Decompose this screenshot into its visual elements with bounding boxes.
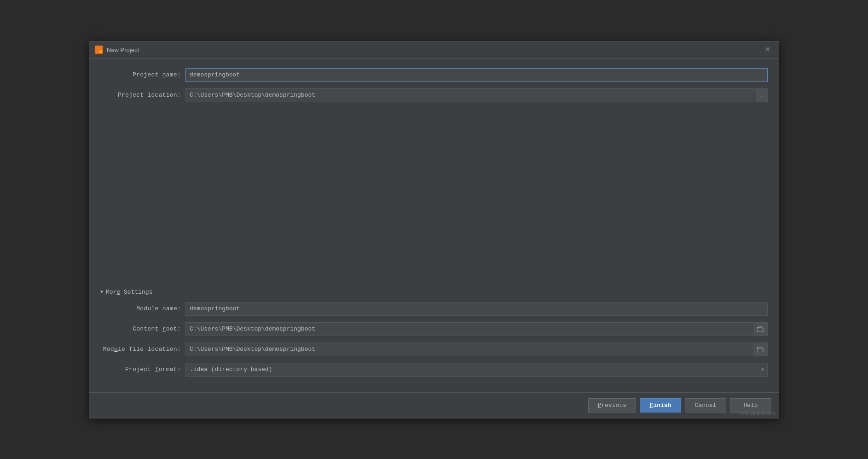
project-location-input[interactable]: [185, 88, 756, 102]
cancel-button[interactable]: Cancel: [685, 398, 726, 413]
module-file-location-label: Module file location:: [100, 346, 185, 353]
project-format-select[interactable]: .idea (directory based) .ipr (file based…: [185, 363, 768, 377]
svg-rect-1: [99, 46, 102, 49]
module-name-row: Module name:: [100, 302, 768, 316]
content-root-input-group: [185, 322, 768, 336]
content-root-input[interactable]: [185, 322, 753, 336]
project-name-label: Project name:: [100, 71, 185, 78]
content-root-label: Content root:: [100, 325, 185, 332]
project-location-browse-button[interactable]: ...: [756, 88, 768, 102]
project-name-input[interactable]: [185, 68, 768, 82]
new-project-dialog: New Project ✕ Project name: Project loca…: [89, 41, 779, 418]
close-button[interactable]: ✕: [762, 45, 773, 54]
content-root-browse-button[interactable]: [753, 322, 768, 336]
title-bar: New Project ✕: [89, 41, 779, 59]
previous-button[interactable]: Previous: [588, 398, 636, 413]
dialog-content: Project name: Project location: ... ▼ Mo…: [89, 59, 779, 392]
finish-button[interactable]: Finish: [640, 398, 681, 413]
module-file-location-row: Module file location:: [100, 343, 768, 356]
more-settings-section: ▼ More Settings Module name: Content roo…: [100, 284, 768, 383]
module-file-location-browse-button[interactable]: [753, 343, 768, 356]
project-location-input-group: ...: [185, 88, 768, 102]
content-root-row: Content root:: [100, 322, 768, 336]
svg-rect-2: [96, 50, 98, 53]
project-format-row: Project format: .idea (directory based) …: [100, 363, 768, 377]
project-location-label: Project location:: [100, 92, 185, 99]
svg-rect-0: [96, 46, 98, 49]
module-file-location-input[interactable]: [185, 343, 753, 356]
title-bar-left: New Project: [95, 46, 139, 54]
app-icon: [95, 46, 103, 54]
more-settings-fields: Module name: Content root:: [100, 302, 768, 383]
chevron-down-icon: ▼: [100, 290, 103, 295]
content-spacer: [100, 109, 768, 284]
watermark: CSDN @geekmice: [736, 411, 775, 416]
module-name-label: Module name:: [100, 305, 185, 312]
module-file-location-input-group: [185, 343, 768, 356]
svg-rect-3: [99, 50, 102, 53]
project-location-row: Project location: ...: [100, 88, 768, 102]
project-format-label: Project format:: [100, 366, 185, 373]
more-settings-label: More Settings: [106, 289, 152, 296]
more-settings-header[interactable]: ▼ More Settings: [100, 289, 768, 296]
module-name-input[interactable]: [185, 302, 768, 316]
svg-rect-5: [757, 348, 763, 352]
project-format-select-wrapper: .idea (directory based) .ipr (file based…: [185, 363, 768, 377]
project-name-row: Project name:: [100, 68, 768, 82]
dialog-title: New Project: [107, 46, 139, 53]
svg-rect-4: [757, 328, 763, 332]
dialog-footer: Previous Finish Cancel Help: [89, 392, 779, 418]
help-button[interactable]: Help: [730, 398, 771, 413]
